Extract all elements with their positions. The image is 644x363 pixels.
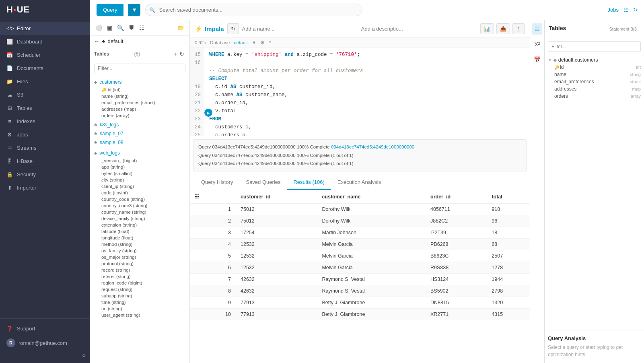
- field-item-country-name: country_name (string): [90, 209, 189, 215]
- table-item-customers[interactable]: ♣ customers: [90, 78, 189, 87]
- database-label: Database: [210, 40, 230, 45]
- sidebar-item-editor[interactable]: </> Editor: [0, 22, 90, 35]
- cell-customer-name: Raymond S. Vestal: [317, 274, 426, 285]
- tab-saved-queries[interactable]: Saved Queries: [239, 175, 287, 190]
- chart-button[interactable]: 📊: [480, 23, 494, 34]
- sidebar-item-jobs[interactable]: ⚙ Jobs: [0, 128, 90, 141]
- undo-button[interactable]: ↻: [227, 23, 239, 34]
- grid-toolbar-btn[interactable]: ☷: [138, 23, 146, 32]
- tab-query-history[interactable]: Query History: [195, 175, 239, 190]
- engine-name: Impala: [205, 25, 224, 32]
- history-icon[interactable]: ↻: [633, 7, 638, 13]
- more-button[interactable]: ⋮: [512, 23, 525, 34]
- field-name: orders (array): [101, 113, 130, 118]
- code-editor[interactable]: 15 16 19 20 21 22 23 24 25 26 27 28 WHER…: [190, 47, 530, 136]
- field-item-version: _version_ (bigint): [90, 157, 189, 164]
- field-name: name (string): [101, 94, 129, 99]
- schema-table-row[interactable]: ▼ ♣ default.customers: [548, 56, 641, 64]
- sidebar-item-scheduler[interactable]: 📅 Scheduler: [0, 48, 90, 62]
- query-name-input[interactable]: [242, 26, 358, 32]
- file-toolbar-btn[interactable]: 📁: [176, 23, 185, 32]
- schema-field-addresses: addresses map: [548, 85, 641, 93]
- help-icon[interactable]: ?: [269, 40, 271, 45]
- query-id-link[interactable]: 034d413ec7474ed5:4249de1000000000: [331, 144, 414, 149]
- tab-execution-analysis[interactable]: Execution Analysis: [331, 175, 387, 190]
- search-input[interactable]: [145, 4, 362, 16]
- sidebar-item-s3[interactable]: ☁ S3: [0, 88, 90, 101]
- query-analysis-title: Query Analysis: [548, 335, 641, 341]
- field-name: time (string): [101, 300, 126, 305]
- run-button[interactable]: ▶: [204, 109, 212, 117]
- sidebar-item-dashboard[interactable]: ⬜ Dashboard: [0, 35, 90, 48]
- table-group-weblogs: ♣ web_logs _version_ (bigint) app (strin…: [90, 147, 189, 320]
- sidebar-item-streams[interactable]: ≋ Streams: [0, 141, 90, 155]
- table-row: 5 12532 Melvin Garcia B8623C 2507: [190, 250, 530, 262]
- field-name: city (string): [101, 177, 124, 182]
- tab-results[interactable]: Results (106): [287, 175, 331, 190]
- sidebar-nav: </> Editor ⬜ Dashboard 📅 Scheduler 📄 Doc…: [0, 20, 90, 318]
- tables-header: Tables (5) + ↻: [90, 47, 189, 61]
- back-arrow[interactable]: ←: [94, 38, 99, 44]
- field-item-orders: orders (array): [90, 112, 189, 119]
- field-item-os-family: os_family (string): [90, 248, 189, 254]
- cell-total: 96: [487, 215, 530, 227]
- code-content[interactable]: WHERE a.key = 'shipping' and a.zip_code …: [204, 47, 530, 136]
- table-name: customers: [99, 79, 121, 85]
- engine-label: ⚡ Impala: [195, 25, 224, 33]
- field-item-latitude: latitude (float): [90, 228, 189, 235]
- sidebar-item-security[interactable]: 🔒 Security: [0, 168, 90, 181]
- right-tab-schedule-btn[interactable]: 📅: [531, 54, 543, 65]
- col-total: total: [487, 190, 530, 203]
- dashboard-icon: ⬜: [6, 39, 13, 45]
- table-item-k8s-logs[interactable]: ♣ k8s_logs: [90, 120, 189, 129]
- collapse-sidebar-button[interactable]: «: [0, 351, 90, 360]
- cell-customer-name: Melvin Garcia: [317, 262, 426, 274]
- user-email: romain@gethue.com: [19, 340, 67, 346]
- sidebar-item-label: Scheduler: [17, 52, 41, 58]
- user-area: R romain@gethue.com: [0, 335, 90, 351]
- sidebar-item-label: Files: [17, 78, 28, 85]
- support-icon: ❓: [6, 326, 13, 332]
- row-num: 6: [204, 262, 236, 274]
- sidebar-item-tables[interactable]: ⊞ Tables: [0, 101, 90, 115]
- sidebar-item-indexes[interactable]: ≡ Indexes: [0, 115, 90, 128]
- search-toolbar-btn[interactable]: 🔍: [116, 23, 125, 32]
- query-caret-button[interactable]: ▼: [128, 4, 140, 16]
- settings-icon[interactable]: ⚙: [260, 40, 265, 45]
- cell-customer-id: 75012: [236, 203, 317, 215]
- field-name: client_ip (string): [101, 184, 134, 189]
- cell-customer-id: 42632: [236, 285, 317, 297]
- copy-toolbar-btn[interactable]: ▣: [106, 23, 113, 32]
- sidebar-item-importer[interactable]: ⬆ Importer: [0, 181, 90, 194]
- add-table-btn[interactable]: +: [173, 50, 178, 58]
- key-icon: 🔑: [101, 88, 106, 92]
- database-toolbar-btn[interactable]: ⚪: [94, 23, 103, 32]
- table-item-web-logs[interactable]: ♣ web_logs: [90, 148, 189, 157]
- sidebar-item-documents[interactable]: 📄 Documents: [0, 62, 90, 75]
- s3-icon: ☁: [6, 92, 13, 98]
- query-button[interactable]: Query: [97, 4, 123, 16]
- right-tab-x2-btn[interactable]: X²: [532, 39, 543, 50]
- cell-total: 1278: [487, 262, 530, 274]
- table-item-sample08[interactable]: ♣ sample_08: [90, 138, 189, 147]
- table-row: 2 75012 Dorothy Wilk J882C2 96: [190, 215, 530, 227]
- sidebar-item-support[interactable]: ❓ Support: [0, 322, 90, 335]
- row-num: 9: [204, 297, 236, 309]
- right-filter-input[interactable]: [548, 41, 641, 52]
- sidebar-item-hbase[interactable]: 🗄 HBase: [0, 155, 90, 168]
- lineage-toolbar-btn[interactable]: ⛊: [128, 23, 136, 32]
- field-item-request: request (string): [90, 286, 189, 293]
- tables-filter-input[interactable]: [94, 64, 185, 73]
- sidebar-item-files[interactable]: 📁 Files: [0, 75, 90, 88]
- cell-customer-id: 12532: [236, 262, 317, 274]
- streams-icon: ≋: [6, 145, 13, 151]
- right-tab-tables-btn[interactable]: ☷: [532, 23, 542, 35]
- refresh-tables-btn[interactable]: ↻: [178, 50, 185, 58]
- query-desc-input[interactable]: [361, 26, 477, 32]
- table-item-sample07[interactable]: ♣ sample_07: [90, 129, 189, 138]
- avatar: R: [6, 338, 15, 347]
- field-name: app (string): [101, 165, 125, 169]
- download-button[interactable]: 📥: [496, 23, 510, 34]
- cell-order-id: BS5902: [426, 285, 487, 297]
- documents-icon: 📄: [6, 65, 13, 71]
